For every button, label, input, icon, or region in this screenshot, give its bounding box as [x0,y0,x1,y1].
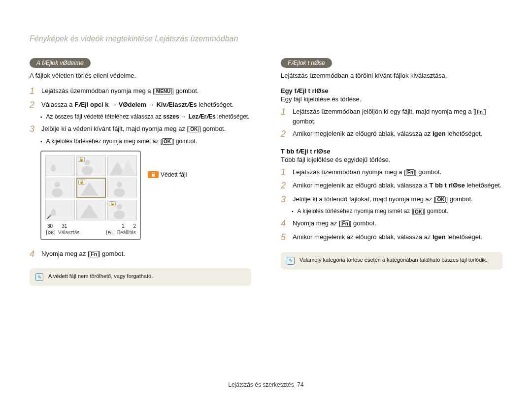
step-number: 5 [281,232,289,243]
svg-rect-5 [52,188,63,197]
svg-rect-11 [114,211,125,219]
text: lehetőséget. [217,113,249,120]
fn-key: Fn [406,169,415,176]
text: ] gombot. [446,195,472,203]
fn-key: Fn [106,230,114,235]
delete-badge: FÆjlok t rlØse [281,58,332,68]
step-text: Amikor megjelenik az előugró ablak, vála… [293,181,501,191]
step-number: 4 [30,249,37,260]
step-text: Válassza a FÆjl opci k → VØdelem → KivÆl… [41,100,233,111]
thumbnail [45,155,75,176]
thumbnail: 🔒 [107,200,137,220]
mic-icon: 🎤 [47,215,52,219]
svg-rect-12 [152,174,155,177]
tip-text: A védett fájl nem törölhető, vagy forgat… [48,273,153,279]
ok-key: OK [46,230,55,235]
delete-intro: Lejátszás üzemmódban a törölni kívánt fá… [281,72,502,79]
fn-key: Fn [475,109,484,115]
arrow-icon: → [109,101,119,108]
thumbnail: 🔒 [76,155,106,176]
sub-heading: Egy fÆjl t rlØse [281,87,502,94]
thumbnail-figure: 🔒 🔒 [40,151,251,240]
step-text: Nyomja meg az [Fn] gombot. [293,218,376,229]
fn-key: Fn [90,251,99,257]
menu-key: MENU [155,88,172,94]
text: ] gombot. [424,208,448,215]
text: ] gombot. [172,87,199,94]
svg-point-4 [55,182,60,187]
sub-desc: Több fájl kijelölése és egyidejű törlése… [281,156,502,163]
text: Amikor megjelenik az előugró ablak, vála… [293,130,432,137]
legend-select: Választás [58,230,79,235]
sub-desc: Egy fájl kijelölése és törlése. [281,95,502,103]
page-title: Fényképek és videók megtekintése Lejátsz… [30,34,502,43]
ok-key: OK [162,138,172,145]
footer-text: Lejátszás és szerkesztés [228,381,294,388]
bullet: A kijelölés törléséhez nyomja meg ismét … [40,138,251,146]
lock-icon: 🔒 [78,180,85,185]
fn-key: Fn [341,220,350,227]
text: Lejátszás üzemmódban jelöljön ki egy fáj… [293,108,475,115]
text: ] gombot. [172,138,197,145]
svg-marker-9 [80,204,99,218]
tip-text: Valamely kategória törlése esetén a kate… [299,257,487,263]
callout-label: Védett fájl [161,171,187,178]
step-number: 1 [281,107,289,126]
text: A kijelölés törléséhez nyomja meg ismét … [46,138,162,145]
text: Lejátszás üzemmódban nyomja meg a [ [41,87,155,94]
svg-point-0 [85,159,90,165]
step-text: Lejátszás üzemmódban nyomja meg a [MENU]… [41,86,199,97]
svg-marker-3 [121,158,135,174]
text: VØdelem [119,101,146,108]
protect-intro: A fájlok véletlen törlés elleni védelme. [30,72,251,79]
step-text: Amikor megjelenik az előugró ablak, vála… [293,129,482,140]
tip-box: ✎ A védett fájl nem törölhető, vagy forg… [30,268,251,286]
text: lehetőséget. [465,182,501,189]
info-icon: ✎ [35,273,43,281]
step-number: 2 [30,100,37,111]
sub-heading: T bb fÆjl t rlØse [281,148,502,155]
step-text: Amikor megjelenik az előugró ablak, vála… [293,232,482,243]
tip-box: ✎ Valamely kategória törlése esetén a ka… [281,252,502,270]
svg-rect-1 [82,166,93,175]
step-text: Jelölje ki a védeni kívánt fájlt, majd n… [41,124,226,135]
bullet: A kijelölés törléséhez nyomja meg ismét … [292,208,502,216]
ok-key: OK [435,196,446,203]
text: Jelölje ki a védeni kívánt fájlt, majd n… [41,125,189,132]
text: Válassza a [41,101,74,108]
thumbnail [76,200,106,220]
bullet: Az összes fájl védetté tételéhez válassz… [40,113,251,121]
text: sszes [163,113,179,120]
ok-key: OK [413,209,424,215]
text: Nyomja meg az [ [293,219,341,227]
text: Igen [432,130,446,137]
text: lehetőséget. [446,233,482,241]
step-text: Jelölje ki a törlendő fájlokat, majd nyo… [293,194,473,205]
legend-settings: Beállítás [117,230,136,235]
text: Amikor megjelenik az előugró ablak, vála… [293,233,432,241]
page-footer: Lejátszás és szerkesztés 74 [0,381,532,388]
page-number: 74 [297,381,303,388]
step-text: Lejátszás üzemmódban jelöljön ki egy fáj… [293,107,502,126]
thumbnail-selected: 🔒 [76,178,106,198]
step-number: 1 [281,167,289,178]
lock-icon: 🔒 [78,157,85,162]
right-column: FÆjlok t rlØse Lejátszás üzemmódban a tö… [281,58,502,286]
svg-rect-8 [114,188,125,197]
svg-point-7 [117,182,122,187]
text: FÆjl opci k [74,101,108,108]
text: ] gombot. [350,219,376,227]
step-number: 4 [281,218,289,229]
text: Nyomja meg az [ [41,250,90,257]
thumbnail [45,178,75,198]
text: KivÆlasztÆs [156,101,197,108]
thumbnail: 🎤 [45,200,75,220]
left-column: A fÆjlok vØdelme A fájlok véletlen törlé… [30,58,251,286]
text: A kijelölés törléséhez nyomja meg ismét … [298,208,413,215]
text: Az összes fájl védetté tételéhez válassz… [46,113,163,120]
step-number: 2 [281,129,289,140]
step-number: 3 [281,194,289,205]
step-text: Lejátszás üzemmódban nyomja meg a [Fn] g… [293,167,441,178]
text: lehetőséget. [197,101,233,108]
protect-badge: A fÆjlok vØdelme [30,58,91,68]
